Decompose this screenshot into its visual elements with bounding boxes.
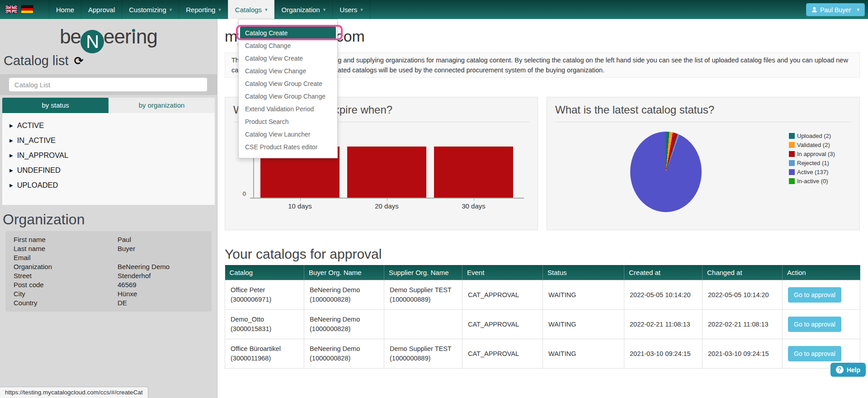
sidebar: beNeerıng Catalog list ⟳ by status by or… [0,19,217,398]
catalog-search-input[interactable] [9,78,207,91]
profile-value: Paul [118,235,212,244]
dropdown-item-label: Catalog View Group Change [245,93,326,100]
dropdown-item[interactable]: Catalog Change [239,39,337,52]
menu-item[interactable]: Reporting ▾ [179,0,228,19]
legend-item[interactable]: Uploaded (2) [789,133,835,139]
status-group-row[interactable]: ▶ IN_APPROVAL [2,148,215,163]
catalog-list-tab[interactable]: by organization [108,98,215,113]
beneering-logo: beNeerıng [0,24,217,49]
dropdown-item[interactable]: Catalog View Group Change [239,90,337,103]
chevron-down-icon: ▾ [218,7,221,13]
status-group-label: ACTIVE [17,121,44,130]
bar [347,147,426,198]
legend-item[interactable]: Validated (2) [789,142,835,148]
pie-legend: Uploaded (2) Validated (2) In approval (… [789,133,835,187]
catalog-list-title: Catalog list ⟳ [4,53,217,68]
go-to-approval-button[interactable]: Go to approval [788,346,841,361]
status-group-row[interactable]: ▶ UPLOADED [2,178,215,193]
table-row: Office Peter (3000006971) BeNeering Demo… [225,280,860,310]
legend-swatch [789,133,795,139]
menu-item-label: Home [56,6,74,14]
dropdown-item-label: CSE Product Rates editor [245,143,317,151]
dropdown-item-label: Extend Validation Period [245,105,314,113]
status-cell: WAITING [543,310,624,339]
menu-item[interactable]: Catalogs ▾ [228,0,274,19]
table-header-row: CatalogBuyer Org. NameSupplier Org. Name… [225,265,860,280]
dropdown-item[interactable]: Catalog View Create [239,52,337,65]
table-header-cell: Catalog [225,265,304,280]
profile-value: 46569 [118,280,212,289]
menu-item[interactable]: Home ▾ [49,0,81,19]
dropdown-item[interactable]: Catalog View Launcher [239,128,337,141]
profile-row: Last name Buyer [5,244,212,253]
supplier-org-cell: Demo Supplier TEST (1000000889) [384,280,462,310]
germany-flag-icon[interactable] [21,5,33,13]
help-button[interactable]: ? Help [830,363,866,377]
legend-label: In-active (0) [797,178,828,185]
legend-swatch [789,142,795,148]
status-group-row[interactable]: ▶ UNDEFINED [2,163,215,178]
table-header-cell: Action [783,265,860,280]
dropdown-item[interactable]: Catalog Create [240,27,336,39]
pie-chart-area: Uploaded (2) Validated (2) In approval (… [547,97,859,230]
profile-value: DE [118,298,212,308]
dropdown-item-label: Catalog View Change [245,67,306,75]
dropdown-item-label: Catalog View Launcher [245,131,311,138]
status-group-row[interactable]: ▶ ACTIVE [2,118,215,133]
menu-item[interactable]: Organization ▾ [274,0,333,19]
status-pie-chart-panel: What is the latest catalog status? Uploa… [547,97,860,230]
event-cell: CAT_APPROVAL [462,310,543,339]
profile-row: Organization BeNeering Demo [5,262,212,271]
menu-item[interactable]: Users ▾ [332,0,370,19]
refresh-icon[interactable]: ⟳ [74,54,83,67]
dropdown-item[interactable]: CSE Product Rates editor [239,141,337,153]
menu-item-label: Organization [282,6,320,14]
legend-item[interactable]: In-active (0) [789,178,835,185]
dropdown-item[interactable]: Catalog View Group Create [239,77,337,90]
changed-at-cell: 2021-03-10 09:24:15 [703,339,783,369]
profile-value: Stenderhof [118,271,212,280]
table-header-cell: Created at [624,265,703,280]
legend-item[interactable]: Rejected (1) [789,160,835,166]
profile-label: Post code [5,280,118,289]
user-menu-button[interactable]: Paul Buyer ▾ [806,3,865,16]
event-cell: CAT_APPROVAL [462,280,543,310]
profile-value [118,253,212,262]
legend-label: Uploaded (2) [797,133,831,139]
profile-row: City Hünxe [5,289,212,298]
dropdown-item-label: Catalog View Create [245,55,303,62]
legend-swatch [789,160,795,166]
table-row: Demo_Otto (3000015831) BeNeering Demo (1… [225,310,860,339]
organization-profile: First name Paul Last name Buyer Emai [5,231,212,312]
x-tick-label: 30 days [434,202,513,210]
status-group-row[interactable]: ▶ IN_ACTIVE [2,133,215,148]
user-icon [811,7,817,13]
chevron-down-icon: ▾ [360,7,363,13]
table-row: Office Büroartikel (3000011968) BeNeerin… [225,339,860,369]
go-to-approval-button[interactable]: Go to approval [788,287,841,303]
expand-triangle-icon: ▶ [9,138,13,143]
tab-label: by organization [139,101,185,109]
catalog-list-tab[interactable]: by status [2,98,108,113]
app-root: Home ▾ Approval ▾ Customizing ▾ Reportin… [0,0,868,398]
legend-item[interactable]: Active (137) [789,169,835,175]
legend-item[interactable]: In approval (3) [789,151,835,157]
legend-label: Rejected (1) [797,160,829,166]
buyer-org-cell: BeNeering Demo (1000000828) [304,310,384,339]
user-name: Paul Buyer [820,6,851,14]
menu-item[interactable]: Approval ▾ [81,0,122,19]
go-to-approval-button[interactable]: Go to approval [788,317,841,332]
legend-swatch [789,169,795,175]
status-pie [630,132,702,212]
dropdown-item[interactable]: Catalog View Change [239,65,337,77]
buyer-org-cell: BeNeering Demo (1000000828) [304,339,384,369]
profile-label: Street [5,271,118,280]
dropdown-item[interactable]: Extend Validation Period [239,103,337,115]
table-header-cell: Event [462,265,543,280]
menu-item[interactable]: Customizing ▾ [122,0,179,19]
menu-item-label: Reporting [186,6,215,14]
catalog-list-tabs: by status by organization [2,98,215,113]
table-body: Office Peter (3000006971) BeNeering Demo… [225,280,860,369]
uk-flag-icon[interactable] [5,5,17,13]
dropdown-item[interactable]: Product Search [239,115,337,128]
